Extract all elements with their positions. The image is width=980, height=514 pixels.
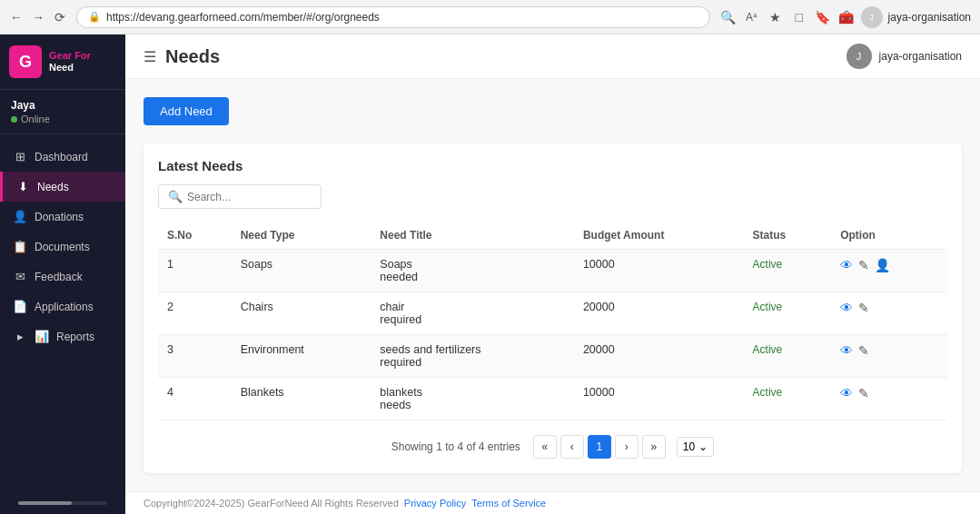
refresh-button[interactable]: ⟳ [53,10,67,25]
documents-icon: 📋 [13,240,27,253]
main-header-left: ☰ Needs [144,46,220,67]
page-last-button[interactable]: » [642,435,666,459]
pagination-row: Showing 1 to 4 of 4 entries « ‹ 1 › » 10… [158,435,947,459]
table-row: 3 Environment seeds and fertilizersrequi… [158,335,947,378]
edit-icon[interactable]: ✎ [858,386,869,400]
search-input[interactable] [187,191,312,203]
sidebar-item-label: Reports [56,331,94,343]
browser-user-avatar[interactable]: J [861,6,883,28]
cell-need-title: seeds and fertilizersrequired [371,335,574,378]
page-1-button[interactable]: 1 [588,435,611,459]
cell-option: 👁 ✎ [831,378,947,420]
table-row: 2 Chairs chairrequired 20000 Active 👁 ✎ [158,292,947,335]
sidebar-item-feedback[interactable]: ✉ Feedback [0,262,125,292]
view-icon[interactable]: 👁 [840,386,853,400]
options-cell: 👁 ✎ [840,343,938,358]
app-layout: G Gear ForNeed Jaya Online ⊞ Dashboard ⬇… [0,35,980,514]
sidebar-scrollbar[interactable] [18,501,107,505]
hamburger-menu-icon[interactable]: ☰ [144,48,156,65]
sidebar-user-status: Online [11,114,114,124]
cell-need-type: Environment [232,335,371,378]
sidebar-item-applications[interactable]: 📄 Applications [0,292,125,321]
search-browser-icon[interactable]: 🔍 [719,8,737,26]
terms-link[interactable]: Terms of Service [471,498,546,509]
logo-icon: G [9,45,42,78]
col-status: Status [744,222,832,250]
person-icon[interactable]: 👤 [875,258,890,272]
donations-icon: 👤 [13,210,27,223]
content-area: Add Need Latest Needs 🔍 S.No Need Type N… [125,79,980,491]
edit-icon[interactable]: ✎ [858,258,869,272]
page-next-button[interactable]: › [615,435,638,459]
status-badge: Active [753,301,783,313]
status-label: Online [21,114,50,124]
star-icon[interactable]: ★ [767,8,785,26]
footer: Copyright©2024-2025) GearForNeed All Rig… [125,491,980,514]
dashboard-icon: ⊞ [13,150,27,163]
privacy-policy-link[interactable]: Privacy Policy [404,498,466,509]
cell-budget: 20000 [574,292,744,335]
reports-icon: ▸ [13,330,27,343]
table-row: 4 Blankets blanketsneeds 10000 Active 👁 … [158,378,947,420]
applications-icon: 📄 [13,300,27,313]
address-bar[interactable]: 🔒 https://devang.gearforneed.com/member/… [76,6,710,28]
status-badge: Active [753,258,783,271]
cell-sno: 1 [158,250,232,292]
search-bar[interactable]: 🔍 [158,184,322,209]
needs-table: S.No Need Type Need Title Budget Amount … [158,222,947,420]
cell-need-type: Soaps [232,250,371,292]
per-page-select[interactable]: 10 ⌄ [677,437,714,457]
back-button[interactable]: ← [9,10,24,25]
col-need-title: Need Title [371,222,574,250]
cell-need-type: Chairs [232,292,371,335]
sidebar-user-name: Jaya [11,99,114,112]
cell-need-title: Soapsneeded [371,250,574,292]
sidebar-item-reports[interactable]: ▸ 📊 Reports [0,321,125,351]
sidebar-nav: ⊞ Dashboard ⬇ Needs 👤 Donations 📋 Docume… [0,134,125,494]
cell-need-title: blanketsneeds [371,378,574,420]
cell-budget: 20000 [574,335,744,378]
options-cell: 👁 ✎ [840,301,938,315]
pagination-info: Showing 1 to 4 of 4 entries [391,440,520,453]
cell-budget: 10000 [574,250,744,292]
page-prev-button[interactable]: ‹ [560,435,584,459]
edit-icon[interactable]: ✎ [858,343,869,358]
browser-user-label: jaya-organisation [888,11,971,24]
split-icon[interactable]: □ [790,8,808,26]
per-page-chevron-icon: ⌄ [698,440,708,453]
col-sno: S.No [158,222,232,250]
edit-icon[interactable]: ✎ [858,301,869,315]
view-icon[interactable]: 👁 [840,258,853,272]
sidebar-item-dashboard[interactable]: ⊞ Dashboard [0,142,125,172]
status-badge: Active [753,386,783,399]
lock-icon: 🔒 [88,11,101,23]
page-first-button[interactable]: « [533,435,557,459]
page-title: Needs [165,46,220,67]
logo-text: Gear ForNeed [49,50,91,74]
url-text: https://devang.gearforneed.com/member/#/… [106,11,380,24]
needs-icon: ⬇ [15,180,30,193]
per-page-value: 10 [683,440,695,453]
font-icon[interactable]: Aᵃ [743,8,761,26]
sidebar-item-documents[interactable]: 📋 Documents [0,232,125,262]
sidebar: G Gear ForNeed Jaya Online ⊞ Dashboard ⬇… [0,35,125,514]
cell-status: Active [744,335,832,378]
reports-chart-icon: 📊 [35,330,49,343]
browser-controls: ← → ⟳ [9,10,67,25]
bookmark-icon[interactable]: 🔖 [814,8,832,26]
user-name-header: jaya-organisation [879,50,962,63]
sidebar-item-needs[interactable]: ⬇ Needs [0,172,125,202]
view-icon[interactable]: 👁 [840,301,853,315]
cell-option: 👁 ✎ 👤 [831,250,947,292]
table-section-title: Latest Needs [158,158,947,173]
forward-button[interactable]: → [31,10,45,25]
view-icon[interactable]: 👁 [840,343,853,358]
sidebar-item-label: Applications [35,301,94,313]
user-avatar-header: J [846,44,872,69]
main-header: ☰ Needs J jaya-organisation [125,35,980,79]
extensions-icon[interactable]: 🧰 [837,8,856,26]
browser-chrome: ← → ⟳ 🔒 https://devang.gearforneed.com/m… [0,0,980,35]
feedback-icon: ✉ [13,270,27,283]
sidebar-item-donations[interactable]: 👤 Donations [0,202,125,232]
add-need-button[interactable]: Add Need [144,97,229,125]
